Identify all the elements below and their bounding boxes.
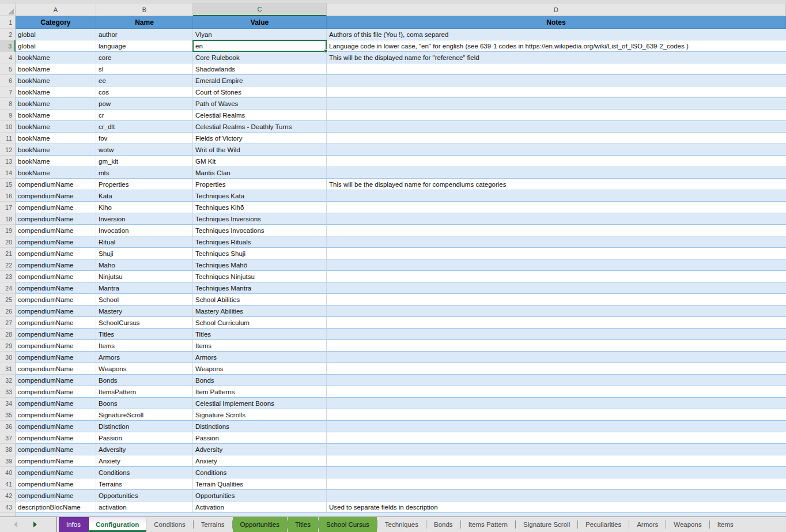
cell-A18[interactable]: compendiumName: [16, 213, 96, 225]
row-header-15[interactable]: 15: [0, 179, 16, 190]
cell-B23[interactable]: Ninjutsu: [96, 271, 193, 282]
cell-D33[interactable]: [327, 386, 786, 398]
sheet-tab-conditions[interactable]: Conditions: [146, 517, 192, 532]
cell-A36[interactable]: compendiumName: [16, 421, 96, 432]
cell-B8[interactable]: pow: [96, 98, 193, 110]
cell-D7[interactable]: [327, 86, 786, 98]
row-header-43[interactable]: 43: [0, 501, 16, 513]
cell-D39[interactable]: [327, 455, 786, 467]
cell-C28[interactable]: Titles: [193, 329, 327, 340]
cell-A12[interactable]: bookName: [16, 144, 96, 156]
cell-D26[interactable]: [327, 305, 786, 317]
cell-B4[interactable]: core: [96, 52, 193, 63]
cell-D34[interactable]: [327, 398, 786, 409]
cell-D43[interactable]: Used to separate fields in description: [327, 501, 786, 513]
cell-D20[interactable]: [327, 236, 786, 248]
cell-C7[interactable]: Court of Stones: [193, 86, 327, 98]
row-header-42[interactable]: 42: [0, 490, 16, 501]
row-header-8[interactable]: 8: [0, 98, 16, 110]
cell-A1[interactable]: Category: [16, 16, 96, 29]
sheet-tab-peculiarities[interactable]: Peculiarities: [578, 517, 629, 532]
cell-A13[interactable]: bookName: [16, 156, 96, 167]
cell-D31[interactable]: [327, 363, 786, 375]
sheet-tab-signature-scroll[interactable]: Signature Scroll: [516, 517, 577, 532]
column-header-C[interactable]: C: [193, 3, 327, 16]
sheet-tab-items[interactable]: Items: [710, 517, 741, 532]
select-all-button[interactable]: [0, 3, 16, 16]
column-header-B[interactable]: B: [96, 3, 193, 16]
cell-D8[interactable]: [327, 98, 786, 110]
cell-C24[interactable]: Techniques Mantra: [193, 282, 327, 294]
row-header-30[interactable]: 30: [0, 352, 16, 363]
cell-A5[interactable]: bookName: [16, 63, 96, 75]
row-header-38[interactable]: 38: [0, 444, 16, 455]
cell-D6[interactable]: [327, 75, 786, 86]
row-header-20[interactable]: 20: [0, 236, 16, 248]
cell-C19[interactable]: Techniques Invocations: [193, 225, 327, 236]
cell-C41[interactable]: Terrain Qualities: [193, 478, 327, 490]
cell-C36[interactable]: Distinctions: [193, 421, 327, 432]
cell-C27[interactable]: School Curriculum: [193, 317, 327, 329]
cell-D9[interactable]: [327, 110, 786, 121]
row-header-31[interactable]: 31: [0, 363, 16, 375]
cell-A28[interactable]: compendiumName: [16, 329, 96, 340]
row-header-32[interactable]: 32: [0, 375, 16, 386]
cell-B35[interactable]: SignatureScroll: [96, 409, 193, 421]
cell-B2[interactable]: author: [96, 29, 193, 40]
cell-C5[interactable]: Shadowlands: [193, 63, 327, 75]
cell-A2[interactable]: global: [16, 29, 96, 40]
cell-A41[interactable]: compendiumName: [16, 478, 96, 490]
cell-D12[interactable]: [327, 144, 786, 156]
row-header-33[interactable]: 33: [0, 386, 16, 398]
cell-A22[interactable]: compendiumName: [16, 259, 96, 271]
cell-D17[interactable]: [327, 202, 786, 213]
cell-C38[interactable]: Adversity: [193, 444, 327, 455]
cell-B17[interactable]: Kiho: [96, 202, 193, 213]
row-header-23[interactable]: 23: [0, 271, 16, 282]
cell-C10[interactable]: Celestial Realms - Deathly Turns: [193, 121, 327, 133]
row-header-14[interactable]: 14: [0, 167, 16, 179]
row-header-17[interactable]: 17: [0, 202, 16, 213]
cell-C30[interactable]: Armors: [193, 352, 327, 363]
cell-B20[interactable]: Ritual: [96, 236, 193, 248]
cell-B43[interactable]: activation: [96, 501, 193, 513]
cell-C26[interactable]: Mastery Abilities: [193, 305, 327, 317]
cell-A26[interactable]: compendiumName: [16, 305, 96, 317]
sheet-tab-bonds[interactable]: Bonds: [426, 517, 460, 532]
cell-B38[interactable]: Adversity: [96, 444, 193, 455]
cell-A3[interactable]: global: [16, 40, 96, 52]
sheet-tab-opportunities[interactable]: Opportunities: [233, 517, 287, 532]
cell-A8[interactable]: bookName: [16, 98, 96, 110]
row-header-40[interactable]: 40: [0, 467, 16, 478]
cell-B9[interactable]: cr: [96, 110, 193, 121]
row-header-13[interactable]: 13: [0, 156, 16, 167]
row-header-39[interactable]: 39: [0, 455, 16, 467]
cell-C33[interactable]: Item Patterns: [193, 386, 327, 398]
cell-C2[interactable]: Vlyan: [193, 29, 327, 40]
cell-B1[interactable]: Name: [96, 16, 193, 29]
cell-C20[interactable]: Techniques Rituals: [193, 236, 327, 248]
cell-D22[interactable]: [327, 259, 786, 271]
cell-D24[interactable]: [327, 282, 786, 294]
cell-D19[interactable]: [327, 225, 786, 236]
cell-A38[interactable]: compendiumName: [16, 444, 96, 455]
cell-B11[interactable]: fov: [96, 133, 193, 144]
row-header-11[interactable]: 11: [0, 133, 16, 144]
row-header-37[interactable]: 37: [0, 432, 16, 444]
cell-B32[interactable]: Bonds: [96, 375, 193, 386]
cell-D23[interactable]: [327, 271, 786, 282]
cell-D15[interactable]: This will be the displayed name for comp…: [327, 179, 786, 190]
cell-D40[interactable]: [327, 467, 786, 478]
cell-A15[interactable]: compendiumName: [16, 179, 96, 190]
cell-A35[interactable]: compendiumName: [16, 409, 96, 421]
cell-D25[interactable]: [327, 294, 786, 305]
cell-C14[interactable]: Mantis Clan: [193, 167, 327, 179]
cell-C23[interactable]: Techniques Ninjutsu: [193, 271, 327, 282]
sheet-tab-weapons[interactable]: Weapons: [666, 517, 709, 532]
cell-A17[interactable]: compendiumName: [16, 202, 96, 213]
cell-A14[interactable]: bookName: [16, 167, 96, 179]
row-header-5[interactable]: 5: [0, 63, 16, 75]
cell-C35[interactable]: Signature Scrolls: [193, 409, 327, 421]
row-header-10[interactable]: 10: [0, 121, 16, 133]
cell-D38[interactable]: [327, 444, 786, 455]
